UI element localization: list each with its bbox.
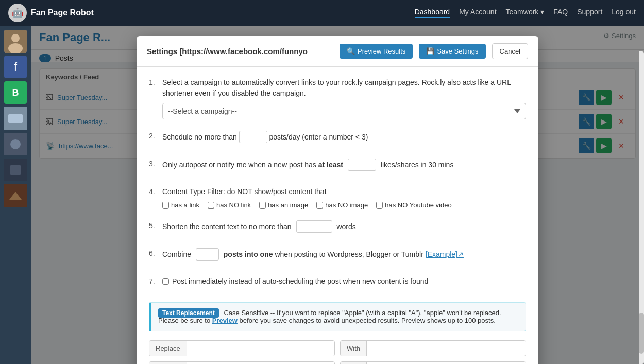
setting-7: 7. Post immediately instead of auto-sche… bbox=[149, 276, 526, 291]
filter-has-image[interactable]: has an image bbox=[259, 201, 308, 209]
sidebar-page-img4[interactable] bbox=[4, 184, 27, 207]
setting-6: 6. Combine posts into one when posting t… bbox=[149, 248, 526, 265]
replace-row-1: Replace bbox=[149, 340, 335, 356]
setting-4-content: Content Type Filter: do NOT show/post co… bbox=[162, 186, 526, 209]
setting-7-content: Post immediately instead of auto-schedul… bbox=[162, 276, 526, 291]
scrollbar-track bbox=[639, 51, 644, 364]
preview-results-button[interactable]: 🔍 Preview Results bbox=[340, 44, 413, 59]
preview-link[interactable]: Preview bbox=[212, 317, 238, 324]
setting-2-content: Schedule no more than posts/day (enter a… bbox=[162, 131, 526, 147]
campaign-select[interactable]: --Select a campaign-- bbox=[162, 103, 526, 119]
robot-icon: 🤖 bbox=[8, 4, 27, 22]
setting-5-text: Shorten the content text to no more than… bbox=[162, 220, 526, 233]
save-icon: 💾 bbox=[426, 47, 434, 55]
setting-2-text: Schedule no more than posts/day (enter a… bbox=[162, 131, 526, 143]
scrollbar-thumb[interactable] bbox=[639, 313, 644, 354]
setting-6-num: 6. bbox=[149, 248, 158, 257]
modal-body: 1. Select a campaign to automatically co… bbox=[137, 67, 538, 364]
replace-grid: Replace With Replace W bbox=[149, 340, 526, 364]
with-label-1: With bbox=[341, 341, 367, 356]
with-row-1: With bbox=[340, 340, 526, 356]
nav-my-account[interactable]: My Account bbox=[459, 8, 496, 18]
filter-has-link[interactable]: has a link bbox=[162, 201, 199, 209]
svg-rect-4 bbox=[8, 114, 23, 123]
text-replacement-section: Text Replacement Case Sensitive -- If yo… bbox=[149, 302, 526, 331]
setting-2-num: 2. bbox=[149, 131, 158, 140]
filter-no-image-checkbox[interactable] bbox=[316, 202, 323, 209]
replace-label-2: Replace bbox=[149, 362, 187, 364]
setting-7-text: Post immediately instead of auto-schedul… bbox=[162, 276, 526, 287]
nav-teamwork[interactable]: Teamwork bbox=[506, 8, 545, 18]
sidebar-page-img2[interactable] bbox=[4, 133, 27, 155]
page-layout: f B Fan Page R... ⚙ Settings 1 Posts bbox=[0, 26, 644, 364]
sidebar-page-facebook[interactable]: f bbox=[4, 56, 27, 78]
setting-1-text: Select a campaign to automatically conve… bbox=[162, 77, 526, 99]
setting-6-text: Combine posts into one when posting to W… bbox=[162, 248, 526, 261]
avatar-main[interactable] bbox=[4, 30, 27, 53]
setting-1-content: Select a campaign to automatically conve… bbox=[162, 77, 526, 119]
min-likes-input[interactable] bbox=[348, 159, 376, 171]
setting-5-num: 5. bbox=[149, 220, 158, 230]
main-content: Fan Page R... ⚙ Settings 1 Posts Keyword… bbox=[31, 26, 644, 364]
nav-faq[interactable]: FAQ bbox=[553, 8, 568, 18]
nav-links: Dashboard My Account Teamwork FAQ Suppor… bbox=[415, 8, 636, 18]
text-replacement-desc2: before you save changes to avoid unexpec… bbox=[240, 317, 496, 324]
posts-per-day-input[interactable] bbox=[239, 131, 267, 143]
setting-4: 4. Content Type Filter: do NOT show/post… bbox=[149, 186, 526, 209]
settings-modal: Settings [https://www.facebook.com/funny… bbox=[137, 36, 538, 364]
setting-4-text: Content Type Filter: do NOT show/post co… bbox=[162, 186, 526, 197]
setting-5: 5. Shorten the content text to no more t… bbox=[149, 220, 526, 237]
setting-2: 2. Schedule no more than posts/day (ente… bbox=[149, 131, 526, 147]
post-immediately-checkbox[interactable] bbox=[162, 278, 169, 285]
setting-1-num: 1. bbox=[149, 77, 158, 86]
modal-header: Settings [https://www.facebook.com/funny… bbox=[137, 36, 538, 67]
filter-no-youtube-checkbox[interactable] bbox=[376, 202, 383, 209]
svg-rect-8 bbox=[10, 165, 21, 175]
setting-3-content: Only autopost or notify me when a new po… bbox=[162, 159, 526, 175]
post-immediately-label[interactable]: Post immediately instead of auto-schedul… bbox=[162, 276, 526, 287]
setting-6-content: Combine posts into one when posting to W… bbox=[162, 248, 526, 265]
brand-name: Fan Page Robot bbox=[31, 8, 94, 18]
search-icon: 🔍 bbox=[347, 47, 355, 55]
nav-logout[interactable]: Log out bbox=[612, 8, 636, 18]
filter-no-link-checkbox[interactable] bbox=[208, 202, 214, 209]
filter-has-link-checkbox[interactable] bbox=[162, 202, 169, 209]
brand-logo: 🤖 Fan Page Robot bbox=[8, 4, 94, 22]
setting-3-text: Only autopost or notify me when a new po… bbox=[162, 159, 526, 171]
modal-title: Settings [https://www.facebook.com/funny… bbox=[147, 47, 333, 56]
cancel-button[interactable]: Cancel bbox=[492, 43, 528, 59]
with-input-2[interactable] bbox=[367, 362, 526, 364]
top-navigation: 🤖 Fan Page Robot Dashboard My Account Te… bbox=[0, 0, 644, 26]
svg-point-1 bbox=[11, 34, 20, 42]
setting-7-num: 7. bbox=[149, 276, 158, 285]
with-input-1[interactable] bbox=[367, 341, 526, 356]
replace-row-2: Replace bbox=[149, 361, 335, 364]
save-settings-button[interactable]: 💾 Save Settings bbox=[419, 44, 485, 59]
modal-overlay: Settings [https://www.facebook.com/funny… bbox=[31, 26, 644, 364]
setting-4-num: 4. bbox=[149, 186, 158, 196]
filter-has-image-checkbox[interactable] bbox=[259, 202, 266, 209]
sidebar-page-img3[interactable] bbox=[4, 159, 27, 181]
replace-input-1[interactable] bbox=[187, 341, 334, 356]
replace-input-2[interactable] bbox=[187, 362, 334, 364]
content-type-filters: has a link has NO link has an image bbox=[162, 201, 526, 209]
example-link[interactable]: [Example]↗ bbox=[426, 250, 464, 258]
setting-3-num: 3. bbox=[149, 159, 158, 168]
replace-label-1: Replace bbox=[149, 341, 187, 356]
sidebar-page-b[interactable]: B bbox=[4, 81, 27, 104]
combine-posts-input[interactable] bbox=[196, 248, 219, 261]
sidebar-page-img1[interactable] bbox=[4, 107, 27, 130]
setting-5-content: Shorten the content text to no more than… bbox=[162, 220, 526, 237]
max-words-input[interactable] bbox=[296, 220, 332, 233]
svg-point-6 bbox=[10, 139, 21, 149]
setting-3: 3. Only autopost or notify me when a new… bbox=[149, 159, 526, 175]
nav-support[interactable]: Support bbox=[577, 8, 602, 18]
left-sidebar: f B bbox=[0, 26, 31, 364]
filter-no-image[interactable]: has NO image bbox=[316, 201, 368, 209]
filter-no-link[interactable]: has NO link bbox=[208, 201, 251, 209]
with-label-2: With bbox=[341, 362, 367, 364]
setting-1: 1. Select a campaign to automatically co… bbox=[149, 77, 526, 119]
nav-dashboard[interactable]: Dashboard bbox=[415, 8, 450, 18]
with-row-2: With bbox=[340, 361, 526, 364]
filter-no-youtube[interactable]: has NO Youtube video bbox=[376, 201, 451, 209]
